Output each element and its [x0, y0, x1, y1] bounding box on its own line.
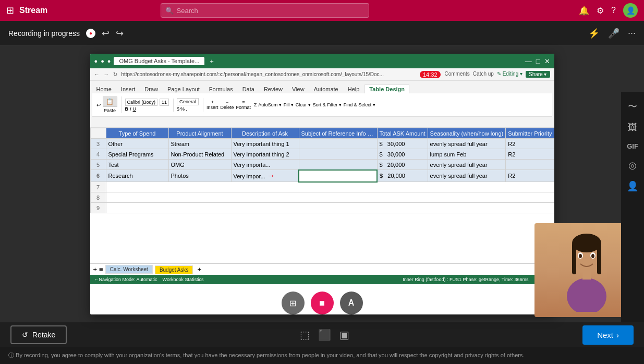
cell-3-ref[interactable] [299, 139, 377, 149]
number-format[interactable]: General [177, 98, 199, 105]
sheet-tab-calc[interactable]: Calc. Worksheet [105, 265, 153, 274]
forward-icon[interactable]: → [104, 71, 109, 77]
insert-cell[interactable]: +Insert [206, 100, 218, 110]
panel-icon-gif[interactable]: GIF [627, 142, 638, 150]
ribbon-tab-review[interactable]: Review [260, 85, 287, 93]
add-sheet-btn[interactable]: + [197, 265, 201, 273]
svg-point-1 [572, 234, 601, 252]
ribbon-tab-tabledesign[interactable]: Table Design [364, 84, 409, 93]
ribbon-tab-automate[interactable]: Automate [310, 85, 343, 93]
search-bar[interactable]: 🔍 [161, 3, 369, 18]
cell-3-desc[interactable]: Very important thing 1 [231, 139, 299, 149]
paste-btn[interactable]: 📋 [103, 96, 117, 107]
cell-6-amount[interactable]: $ 20,000 [377, 170, 428, 182]
ribbon-tab-formulas[interactable]: Formulas [205, 85, 237, 93]
cell-3-amount[interactable]: $ 30,000 [377, 139, 428, 149]
cell-3-season[interactable]: evenly spread full year [428, 139, 506, 149]
panel-icon-person[interactable]: 👤 [627, 180, 638, 192]
format-cell[interactable]: ≡Format [236, 100, 251, 110]
excel-tab-title[interactable]: OMG Budget Asks - Template... [114, 57, 204, 65]
cell-6-season[interactable]: evenly spread full year [428, 170, 506, 182]
search-input[interactable] [177, 7, 364, 15]
back-icon[interactable]: ← [94, 71, 100, 77]
refresh-icon[interactable]: ↻ [113, 71, 117, 77]
add-sheet-icon[interactable]: + [93, 265, 98, 273]
cell-4-season[interactable]: lump sum Feb [428, 149, 506, 160]
fill-btn[interactable]: Fill ▾ [284, 102, 294, 107]
cell-4-amount[interactable]: $ 30,000 [377, 149, 428, 160]
editing-btn[interactable]: ✎ Editing ▾ [497, 71, 523, 78]
panel-icon-circle[interactable]: ◎ [628, 160, 637, 171]
ribbon-tab-draw[interactable]: Draw [140, 85, 162, 93]
cell-4-desc[interactable]: Very important thing 2 [231, 149, 299, 160]
help-icon[interactable]: ? [611, 6, 616, 15]
undo-button[interactable]: ↩ [102, 28, 110, 39]
text-overlay-btn[interactable]: A [340, 292, 363, 314]
font-name[interactable]: Calibri (Body) [125, 99, 158, 106]
table-row-empty-8: 8 [90, 192, 554, 203]
currency-btn[interactable]: $ [177, 106, 179, 112]
mic-icon[interactable]: 🎤 [608, 28, 619, 39]
share-btn[interactable]: Share ▾ [526, 71, 550, 78]
undo-ribbon-icon[interactable]: ↩ [96, 102, 101, 108]
cell-4-type[interactable]: Special Programs [106, 149, 168, 160]
notifications-icon[interactable]: 🔔 [579, 6, 589, 16]
cell-4-priority[interactable]: R2 [506, 149, 554, 160]
cell-5-priority[interactable] [506, 160, 554, 170]
ribbon-tab-help[interactable]: Help [344, 85, 364, 93]
comma-btn[interactable]: , [186, 106, 187, 112]
ribbon-tab-insert[interactable]: Insert [117, 85, 140, 93]
sheet-menu-icon[interactable]: ≡ [99, 265, 103, 273]
panel-icon-image[interactable]: 🖼 [628, 122, 637, 133]
cell-6-ref-active[interactable] [299, 170, 377, 182]
avatar[interactable]: 👤 [623, 3, 638, 18]
ribbon-tab-pagelayout[interactable]: Page Layout [163, 85, 204, 93]
cell-6-product[interactable]: Photos [168, 170, 231, 182]
font-size[interactable]: 11 [160, 99, 169, 106]
comments-btn[interactable]: Comments [445, 71, 470, 78]
cell-6-type[interactable]: Research [106, 170, 168, 182]
cell-6-desc[interactable]: Very impor... → [231, 170, 299, 182]
recording-dot-icon[interactable]: ● [86, 29, 95, 38]
redo-button[interactable]: ↪ [116, 28, 124, 39]
settings-icon[interactable]: ⚙ [597, 6, 604, 16]
italic-btn[interactable]: I [130, 106, 131, 112]
next-button[interactable]: Next › [582, 325, 634, 345]
cell-5-season[interactable]: evenly spread full year [428, 160, 506, 170]
screen-layout-2-icon[interactable]: ⬛ [318, 329, 331, 341]
clear-btn[interactable]: Clear ▾ [296, 102, 311, 107]
cell-3-priority[interactable]: R2 [506, 139, 554, 149]
ribbon-tab-data[interactable]: Data [238, 85, 259, 93]
excel-url-bar[interactable]: ← → ↻ https://contosodrones-my.sharepoin… [90, 68, 554, 81]
screen-layout-1-icon[interactable]: ⬚ [300, 329, 310, 341]
bold-btn[interactable]: B [125, 106, 129, 112]
ribbon-tab-home[interactable]: Home [92, 85, 116, 93]
sort-btn[interactable]: Sort & Filter ▾ [313, 102, 342, 107]
percent-btn[interactable]: % [180, 106, 185, 112]
cell-5-type[interactable]: Test [106, 160, 168, 170]
teleprompter-icon[interactable]: ⚡ [588, 28, 600, 39]
underline-btn[interactable]: U [133, 106, 137, 112]
stop-recording-btn[interactable]: ■ [311, 292, 334, 314]
grid-icon[interactable]: ⊞ [6, 5, 14, 16]
cell-6-priority[interactable]: R2 [506, 170, 554, 182]
delete-cell[interactable]: −Delete [221, 100, 234, 110]
screen-layout-3-icon[interactable]: ▣ [339, 329, 349, 341]
cell-5-product[interactable]: OMG [168, 160, 231, 170]
find-btn[interactable]: Find & Select ▾ [344, 102, 375, 107]
cell-3-type[interactable]: Other [106, 139, 168, 149]
panel-icon-wave[interactable]: 〜 [628, 100, 637, 113]
cell-4-product[interactable]: Non-Product Related [168, 149, 231, 160]
catch-up-btn[interactable]: Catch up [473, 71, 494, 78]
ribbon-tab-view[interactable]: View [288, 85, 309, 93]
more-icon[interactable]: ··· [628, 28, 636, 39]
sheet-tab-budget[interactable]: Budget Asks [155, 265, 193, 274]
autosum-btn[interactable]: Σ AutoSum ▾ [254, 102, 282, 107]
cell-3-product[interactable]: Stream [168, 139, 231, 149]
layout-icon-btn[interactable]: ⊞ [282, 292, 305, 314]
cell-5-desc[interactable]: Very importa... [231, 160, 299, 170]
retake-button[interactable]: ↺ Retake [10, 325, 67, 344]
cell-5-amount[interactable]: $ 20,000 [377, 160, 428, 170]
cell-5-ref[interactable] [299, 160, 377, 170]
cell-4-ref[interactable] [299, 149, 377, 160]
